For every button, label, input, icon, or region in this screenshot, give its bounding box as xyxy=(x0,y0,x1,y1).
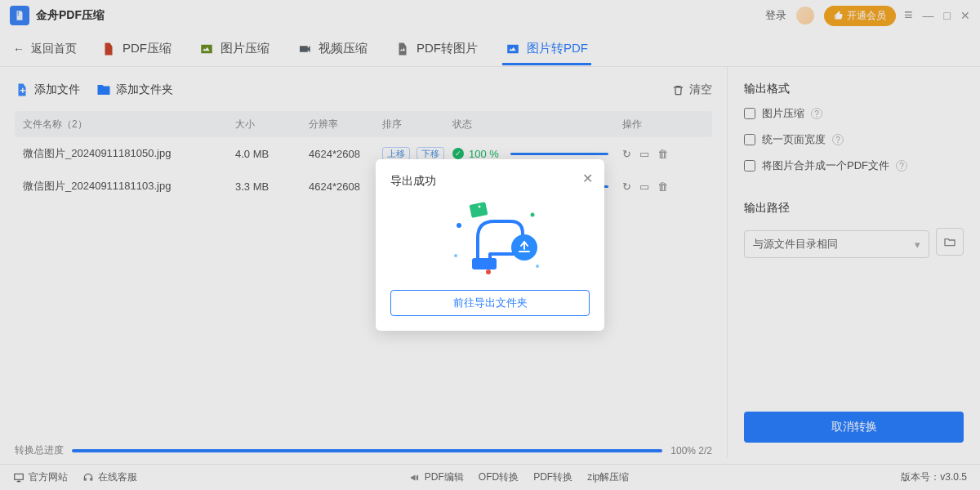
svg-point-7 xyxy=(531,213,535,217)
modal-overlay: 导出成功 ✕ 前往导出文件夹 xyxy=(0,0,980,490)
success-illustration xyxy=(390,189,590,287)
svg-point-6 xyxy=(486,270,491,274)
svg-point-4 xyxy=(457,223,461,228)
modal-title: 导出成功 xyxy=(390,174,590,189)
modal-close-button[interactable]: ✕ xyxy=(582,171,593,186)
svg-rect-2 xyxy=(472,258,497,270)
svg-rect-1 xyxy=(470,202,488,218)
goto-folder-button[interactable]: 前往导出文件夹 xyxy=(390,290,590,316)
export-success-modal: 导出成功 ✕ 前往导出文件夹 xyxy=(376,159,604,331)
svg-point-8 xyxy=(536,265,539,268)
svg-point-5 xyxy=(454,254,457,257)
